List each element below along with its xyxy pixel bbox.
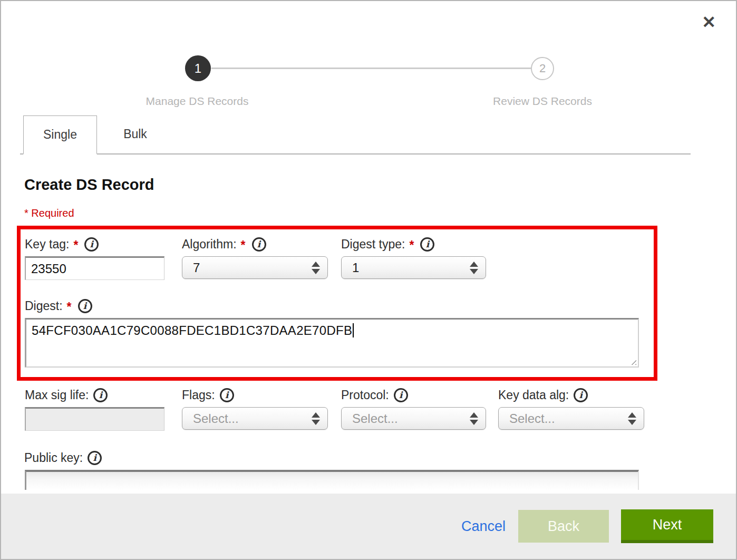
digest-type-select[interactable]: 1	[341, 256, 486, 279]
info-icon[interactable]: i	[252, 237, 266, 252]
step-1-circle: 1	[185, 55, 211, 81]
flags-select[interactable]: Select...	[182, 407, 328, 430]
select-stepper-icon	[470, 412, 478, 425]
required-asterisk: *	[67, 300, 72, 314]
key-data-alg-field-group: Key data alg: i Select...	[498, 387, 644, 431]
public-key-label: Public key:	[24, 451, 83, 465]
step-2-label: Review DS Records	[493, 95, 592, 108]
next-button[interactable]: Next	[621, 509, 713, 543]
modal-footer: Cancel Back Next	[1, 494, 736, 559]
digest-type-label: Digest type:	[341, 237, 405, 252]
digest-type-select-value: 1	[352, 260, 470, 275]
algorithm-label: Algorithm:	[182, 237, 237, 252]
key-tag-input[interactable]	[25, 256, 164, 280]
info-icon[interactable]: i	[88, 451, 102, 465]
info-icon[interactable]: i	[78, 299, 92, 313]
back-button[interactable]: Back	[518, 510, 609, 543]
flags-label: Flags:	[182, 388, 215, 402]
digest-type-field-group: Digest type: * i 1	[341, 236, 486, 280]
tab-bulk[interactable]: Bulk	[97, 114, 173, 153]
protocol-label: Protocol:	[341, 388, 389, 402]
info-icon[interactable]: i	[84, 237, 99, 252]
textarea-resize-handle[interactable]	[628, 357, 636, 365]
tab-single[interactable]: Single	[23, 115, 97, 155]
key-data-alg-label: Key data alg:	[498, 388, 569, 402]
key-data-alg-select-value: Select...	[509, 411, 628, 426]
digest-textarea[interactable]: 54FCF030AA1C79C0088FDEC1BD1C37DAA2E70DFB	[25, 318, 639, 368]
required-asterisk: *	[409, 238, 414, 253]
required-asterisk: *	[73, 238, 78, 253]
algorithm-select[interactable]: 7	[182, 256, 328, 279]
step-1-label: Manage DS Records	[146, 95, 249, 108]
flags-select-value: Select...	[193, 411, 312, 426]
select-stepper-icon	[312, 412, 320, 425]
info-icon[interactable]: i	[220, 388, 234, 402]
select-stepper-icon	[470, 262, 478, 274]
flags-field-group: Flags: i Select...	[182, 387, 328, 431]
info-icon[interactable]: i	[574, 388, 588, 402]
public-key-textarea[interactable]	[25, 470, 639, 490]
max-sig-life-field-group: Max sig life: i	[25, 387, 164, 431]
digest-label: Digest:	[25, 299, 63, 313]
step-2-circle: 2	[531, 57, 554, 80]
select-stepper-icon	[312, 262, 320, 274]
algorithm-field-group: Algorithm: * i 7	[182, 236, 328, 280]
key-tag-label: Key tag:	[25, 237, 69, 252]
required-note: * Required	[24, 207, 736, 219]
protocol-select-value: Select...	[352, 411, 470, 426]
protocol-field-group: Protocol: i Select...	[341, 387, 486, 431]
key-data-alg-select[interactable]: Select...	[498, 407, 644, 430]
protocol-select[interactable]: Select...	[341, 407, 486, 430]
max-sig-life-label: Max sig life:	[25, 388, 89, 402]
max-sig-life-input[interactable]	[25, 407, 164, 431]
digest-value: 54FCF030AA1C79C0088FDEC1BD1C37DAA2E70DFB	[32, 323, 352, 337]
required-fields-highlight-box: Key tag: * i Algorithm: * i 7	[17, 226, 657, 381]
step-connector-line	[211, 67, 531, 69]
tab-bar: Single Bulk	[20, 114, 691, 155]
info-icon[interactable]: i	[394, 388, 408, 402]
create-ds-record-modal: ✕ 1 2 Manage DS Records Review DS Record…	[0, 0, 737, 560]
info-icon[interactable]: i	[93, 388, 108, 402]
select-stepper-icon	[628, 412, 636, 425]
cancel-button[interactable]: Cancel	[461, 518, 506, 535]
info-icon[interactable]: i	[420, 237, 434, 252]
wizard-stepper: 1 2 Manage DS Records Review DS Records	[1, 1, 736, 114]
algorithm-select-value: 7	[193, 260, 312, 275]
required-asterisk: *	[241, 238, 246, 253]
key-tag-field-group: Key tag: * i	[25, 236, 164, 280]
page-title: Create DS Record	[24, 176, 736, 194]
text-cursor	[353, 323, 354, 337]
